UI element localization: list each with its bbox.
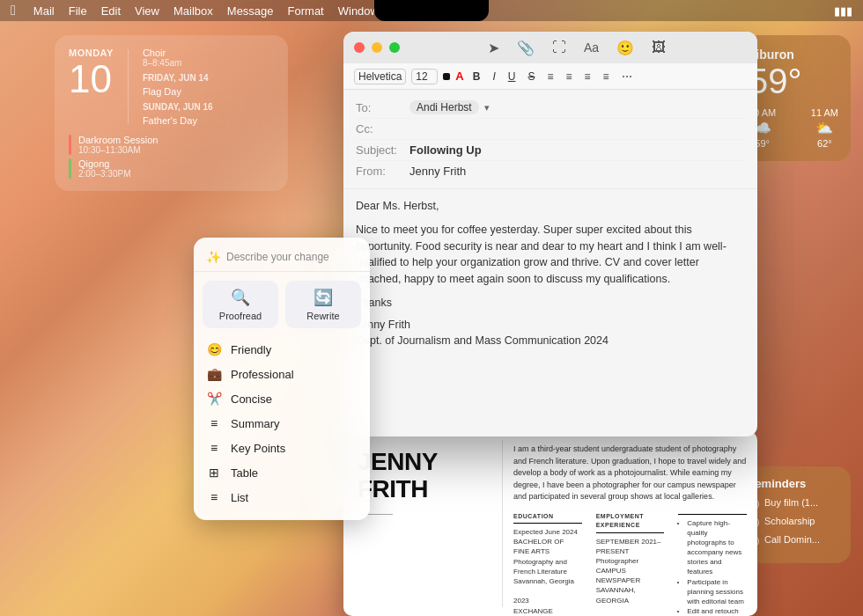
mail-signature-name: Jenny Frith: [356, 317, 745, 334]
weather-temp-11am: 62°: [817, 138, 832, 149]
menu-mailbox[interactable]: Mailbox: [173, 4, 213, 18]
cal-event-indicator-2: [69, 158, 71, 179]
format-bold[interactable]: B: [469, 70, 484, 84]
resume-preview: JENNYFRITH I am a third-year student und…: [343, 431, 757, 616]
ai-writing-popup: ✨ Describe your change 🔍 Proofread 🔄 Rew…: [194, 238, 370, 520]
cal-event-indicator: [69, 135, 71, 155]
toolbar-emoji-icon[interactable]: 🙂: [616, 40, 634, 56]
menu-mail[interactable]: Mail: [33, 4, 55, 18]
to-chevron: ▾: [484, 102, 490, 114]
ai-menu-summary[interactable]: ≡ Summary: [194, 411, 370, 436]
weather-icon-partly: ⛅: [815, 120, 833, 136]
friendly-label: Friendly: [231, 343, 271, 356]
proofread-label: Proofread: [219, 311, 262, 321]
toolbar-font-icon[interactable]: Aa: [584, 40, 599, 55]
menubar-battery: ▮▮▮: [834, 4, 852, 18]
concise-label: Concise: [231, 392, 272, 406]
format-italic[interactable]: I: [489, 70, 498, 84]
format-align-right[interactable]: ≡: [580, 70, 594, 84]
subject-value[interactable]: Following Up: [409, 143, 482, 157]
weather-hour-11am: 11 AM ⛅ 62°: [811, 107, 838, 149]
format-more[interactable]: ⋯: [618, 70, 636, 84]
ai-menu-items: 😊 Friendly 💼 Professional ✂️ Concise ≡ S…: [194, 334, 370, 513]
ai-magic-icon: ✨: [206, 250, 221, 264]
format-align-center[interactable]: ≡: [562, 70, 575, 84]
mail-fields: To: Andi Herbst ▾ Cc: Subject: Following…: [343, 90, 757, 189]
menu-message[interactable]: Message: [227, 4, 274, 18]
notch: [374, 0, 489, 21]
resume-education-title: EDUCATION: [513, 512, 582, 524]
resume-bullets-title: [678, 512, 747, 515]
ai-menu-professional[interactable]: 💼 Professional: [194, 362, 370, 386]
mail-window: ➤ 📎 ⛶ Aa 🙂 🖼 Helvetica 12 A B I U S ≡ ≡ …: [343, 32, 757, 436]
concise-icon: ✂️: [206, 392, 222, 406]
ai-menu-table[interactable]: ⊞ Table: [194, 460, 370, 485]
cal-event-sunday-header: SUNDAY, JUN 16: [143, 102, 274, 112]
mail-thanks: Thanks: [356, 295, 745, 312]
menu-edit[interactable]: Edit: [101, 4, 121, 18]
list-icon: ≡: [206, 490, 222, 504]
calendar-day-num: 10: [69, 60, 114, 99]
subject-label: Subject:: [356, 143, 404, 157]
weather-temp: 59°: [749, 62, 838, 100]
maximize-button[interactable]: [389, 42, 400, 53]
cal-event-friday-header: FRIDAY, JUN 14: [143, 73, 274, 83]
mail-titlebar: ➤ 📎 ⛶ Aa 🙂 🖼: [343, 32, 757, 63]
key-points-label: Key Points: [231, 442, 285, 455]
rewrite-icon: 🔄: [313, 288, 333, 307]
mail-format-bar: Helvetica 12 A B I U S ≡ ≡ ≡ ≡ ⋯: [343, 63, 757, 90]
mail-body[interactable]: Dear Ms. Herbst, Nice to meet you for co…: [343, 189, 757, 436]
cal-event-darkroom: Darkroom Session: [78, 135, 158, 145]
reminder-item-3: Call Domin...: [747, 534, 840, 547]
toolbar-attachment-icon[interactable]: 📎: [517, 40, 535, 56]
format-underline[interactable]: U: [505, 70, 520, 84]
menu-window[interactable]: Window: [338, 4, 379, 18]
resume-bullets-content: Capture high-quality photographs to acco…: [678, 518, 747, 617]
ai-menu-list[interactable]: ≡ List: [194, 485, 370, 510]
rewrite-label: Rewrite: [306, 311, 339, 321]
menu-format[interactable]: Format: [288, 4, 324, 18]
format-highlight[interactable]: A: [455, 70, 463, 83]
toolbar-fullscreen-icon[interactable]: ⛶: [552, 40, 566, 55]
cal-event-flag-day: Flag Day: [143, 86, 274, 97]
reminder-item-2: Scholarship: [747, 516, 840, 529]
calendar-day-name: MONDAY: [69, 48, 114, 58]
ai-menu-concise[interactable]: ✂️ Concise: [194, 386, 370, 411]
mail-paragraph: Nice to meet you for coffee yesterday. S…: [356, 222, 745, 288]
close-button[interactable]: [354, 42, 365, 53]
friendly-icon: 😊: [206, 342, 222, 356]
minimize-button[interactable]: [372, 42, 382, 53]
to-value[interactable]: Andi Herbst: [409, 100, 479, 114]
resume-name: JENNYFRITH: [358, 449, 488, 503]
mail-salutation: Dear Ms. Herbst,: [356, 198, 745, 215]
ai-menu-key-points[interactable]: ≡ Key Points: [194, 436, 370, 460]
calendar-widget: MONDAY 10 Choir 8–8:45am FRIDAY, JUN 14 …: [55, 35, 288, 191]
apple-menu[interactable]: : [11, 3, 16, 18]
ai-menu-friendly[interactable]: 😊 Friendly: [194, 337, 370, 362]
rewrite-button[interactable]: 🔄 Rewrite: [285, 281, 361, 328]
cal-vertical-divider: [128, 49, 129, 124]
toolbar-photo-icon[interactable]: 🖼: [652, 40, 666, 55]
toolbar-send-icon[interactable]: ➤: [488, 40, 499, 56]
resume-bio: I am a third-year student undergraduate …: [513, 444, 747, 503]
ai-action-buttons: 🔍 Proofread 🔄 Rewrite: [194, 272, 370, 334]
color-picker[interactable]: [443, 73, 450, 80]
summary-icon: ≡: [206, 416, 222, 430]
cc-label: Cc:: [356, 122, 404, 136]
format-list[interactable]: ≡: [600, 70, 613, 84]
ai-popup-header: ✨ Describe your change: [194, 245, 370, 272]
font-size-selector[interactable]: 12: [411, 69, 438, 84]
reminder-item-1: Buy film (1...: [747, 497, 840, 510]
weather-time-11am: 11 AM: [811, 107, 838, 118]
menu-file[interactable]: File: [69, 4, 87, 18]
summary-label: Summary: [231, 417, 280, 430]
proofread-button[interactable]: 🔍 Proofread: [203, 281, 278, 328]
menu-view[interactable]: View: [135, 4, 159, 18]
resume-employment-content: SEPTEMBER 2021–PRESENT Photographer CAMP…: [596, 537, 665, 605]
font-selector[interactable]: Helvetica: [354, 69, 406, 84]
resume-employment-title: EMPLOYMENT EXPERIENCE: [596, 512, 665, 533]
ai-header-label: Describe your change: [226, 251, 329, 263]
format-strikethrough[interactable]: S: [524, 70, 538, 84]
from-value: Jenny Frith: [409, 165, 466, 178]
format-align-left[interactable]: ≡: [543, 70, 557, 84]
